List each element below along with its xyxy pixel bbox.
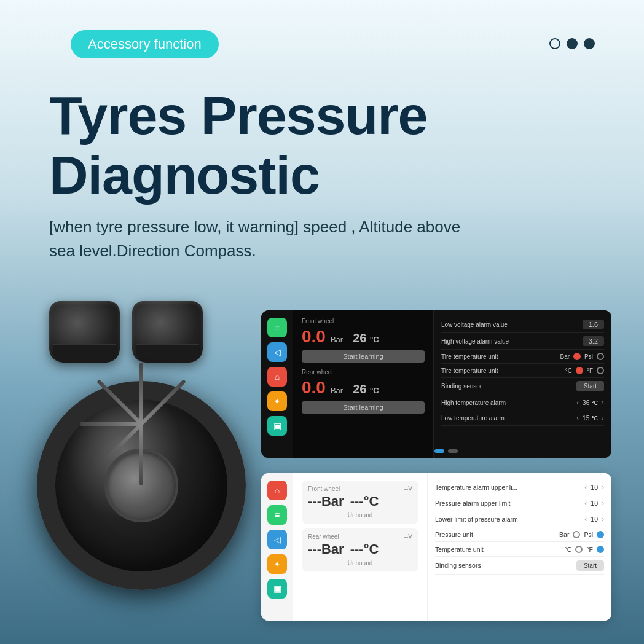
sensor-2 [132, 301, 203, 363]
accessory-function-badge: Accessory function [71, 30, 219, 58]
bottom-rear-label: Rear wheel [308, 533, 339, 540]
sidebar-bottom-icon-2[interactable]: ≡ [267, 505, 287, 525]
low-temp-prev[interactable]: ‹ [576, 414, 579, 422]
temp-upper-value: 10 [591, 484, 598, 491]
bottom-front-bar: ---Bar [308, 493, 344, 509]
pressure-bar-radio[interactable] [573, 531, 580, 538]
front-wheel-label: Front wheel [302, 318, 425, 324]
bottom-front-wheel: Front wheel --V ---Bar ---°C Unbound [302, 481, 418, 524]
bottom-rear-bar: ---Bar [308, 541, 344, 557]
bottom-front-status: Unbound [308, 512, 412, 519]
sidebar-icon-4[interactable]: ✦ [267, 391, 287, 411]
screen-panel-bottom: ⌂ ≡ ◁ ✦ ▣ Front wheel --V ---Bar ---°C U… [261, 473, 611, 621]
setting-row-temp-upper: Temperature alarm upper li... ‹ 10 › [435, 479, 604, 495]
bottom-panel-left: Front wheel --V ---Bar ---°C Unbound Rea… [293, 473, 427, 621]
wheel-image [37, 381, 258, 615]
panel-dot-2[interactable] [448, 449, 458, 453]
sidebar-bottom-icon-3[interactable]: ◁ [267, 530, 287, 549]
setting-row-binding-sensor: Binding sensor Start [441, 378, 604, 395]
bottom-rear-wheel: Rear wheel --V ---Bar ---°C Unbound [302, 528, 418, 571]
front-wheel-section: Front wheel 0.0 Bar 26 °C Start learning [302, 318, 425, 363]
pressure-lower-next[interactable]: › [602, 515, 604, 524]
setting-row-low-temp-alarm: Low temperature alarm ‹ 15 ℃ › [441, 410, 604, 426]
temp-celsius-label: °C [565, 546, 572, 553]
front-start-btn[interactable]: Start learning [302, 350, 425, 363]
fahrenheit-label: °F [587, 367, 593, 374]
wheel-outer [37, 381, 246, 590]
sidebar-bottom-icon-5[interactable]: ▣ [267, 579, 287, 599]
temp-fahrenheit-label: °F [586, 546, 593, 553]
bar-radio[interactable] [573, 353, 581, 360]
bottom-front-temp: ---°C [350, 493, 379, 509]
sidebar-icon-2[interactable]: ◁ [267, 342, 287, 362]
screen-panel-top: ≡ ◁ ⌂ ✦ ▣ Front wheel 0.0 Bar 26 °C Star… [261, 310, 611, 458]
sidebar-bottom-icon-1[interactable]: ⌂ [267, 481, 287, 500]
dot-3[interactable] [584, 38, 595, 49]
rear-start-btn[interactable]: Start learning [302, 401, 425, 414]
high-temp-alarm-label: High temperature alarm [441, 399, 506, 406]
bottom-rear-temp: ---°C [350, 541, 379, 557]
temp-upper-next[interactable]: › [602, 483, 604, 492]
rear-wheel-section: Rear wheel 0.0 Bar 26 °C Start learning [302, 369, 425, 414]
pressure-lower-prev[interactable]: ‹ [584, 515, 587, 524]
rear-wheel-value: 0.0 [302, 378, 326, 398]
temp-celsius-radio[interactable] [575, 546, 583, 553]
pressure-bar-label: Bar [559, 531, 569, 538]
pressure-lower-value: 10 [591, 516, 598, 523]
fahrenheit-radio[interactable] [597, 367, 604, 374]
tire-temp-label: Tire temperature unit [441, 367, 498, 374]
binding-sensors-btn[interactable]: Start [576, 560, 604, 571]
psi-radio[interactable] [597, 353, 604, 360]
setting-row-tire-temp: Tire temperature unit °C °F [441, 364, 604, 378]
setting-row-pressure-lower: Lower limit of pressure alarm ‹ 10 › [435, 511, 604, 527]
pressure-psi-radio[interactable] [597, 531, 604, 538]
high-temp-value: 36 ℃ [583, 399, 598, 406]
panel-dot-1[interactable] [434, 449, 444, 453]
temp-fahrenheit-radio[interactable] [597, 546, 604, 553]
sidebar-icon-5[interactable]: ▣ [267, 416, 287, 436]
pressure-upper-prev[interactable]: ‹ [584, 499, 587, 508]
sidebar-bottom: ⌂ ≡ ◁ ✦ ▣ [261, 473, 293, 621]
setting-row-high-temp-alarm: High temperature alarm ‹ 36 ℃ › [441, 395, 604, 410]
binding-sensors-label: Binding sensors [435, 562, 481, 569]
dot-2[interactable] [567, 38, 578, 49]
setting-row-temp-unit: Temperature unit °C °F [435, 542, 604, 557]
sidebar-icon-3[interactable]: ⌂ [267, 367, 287, 387]
low-temp-alarm-label: Low temperature alarm [441, 415, 505, 422]
dot-1[interactable] [549, 38, 560, 49]
top-panel-left: Front wheel 0.0 Bar 26 °C Start learning… [293, 310, 433, 458]
bottom-panel-right: Temperature alarm upper li... ‹ 10 › Pre… [427, 473, 611, 621]
bottom-rear-voltage: --V [404, 533, 412, 541]
pressure-unit-label: Pressure unit [435, 531, 473, 538]
setting-row-low-voltage: Low voltage alarm value 1.6 [441, 316, 604, 333]
low-temp-next[interactable]: › [602, 414, 604, 422]
bottom-rear-status: Unbound [308, 560, 412, 567]
temp-upper-prev[interactable]: ‹ [584, 483, 587, 492]
rear-wheel-bar: Bar [331, 386, 343, 395]
low-voltage-label: Low voltage alarm value [441, 321, 508, 328]
tire-temp-unit-label: Tire temperature unit [441, 353, 498, 360]
pressure-unit-options: Bar Psi [559, 531, 604, 538]
high-temp-prev[interactable]: ‹ [576, 398, 579, 407]
celsius-radio[interactable] [576, 367, 583, 374]
top-panel-right: Low voltage alarm value 1.6 High voltage… [433, 310, 611, 458]
bar-label: Bar [560, 353, 570, 360]
tire-temp-options: °C °F [565, 367, 604, 374]
high-temp-next[interactable]: › [602, 398, 604, 407]
pagination-dots [549, 38, 595, 49]
low-temp-value: 15 ℃ [583, 415, 598, 422]
temp-unit-options: °C °F [565, 546, 604, 553]
bottom-front-voltage: --V [404, 485, 412, 493]
temp-unit-label: Temperature unit [435, 546, 484, 553]
page-title: Tyres Pressure Diagnostic [49, 86, 427, 205]
binding-sensor-btn[interactable]: Start [576, 381, 604, 391]
sidebar-bottom-icon-4[interactable]: ✦ [267, 554, 287, 574]
panel-pagination [434, 449, 458, 453]
pressure-upper-next[interactable]: › [602, 499, 604, 508]
setting-row-pressure-unit: Pressure unit Bar Psi [435, 527, 604, 542]
front-wheel-value: 0.0 [302, 327, 326, 347]
rear-wheel-label: Rear wheel [302, 369, 425, 375]
sidebar-icon-1[interactable]: ≡ [267, 318, 287, 337]
temp-upper-label: Temperature alarm upper li... [435, 484, 517, 491]
pressure-psi-label: Psi [584, 531, 593, 538]
